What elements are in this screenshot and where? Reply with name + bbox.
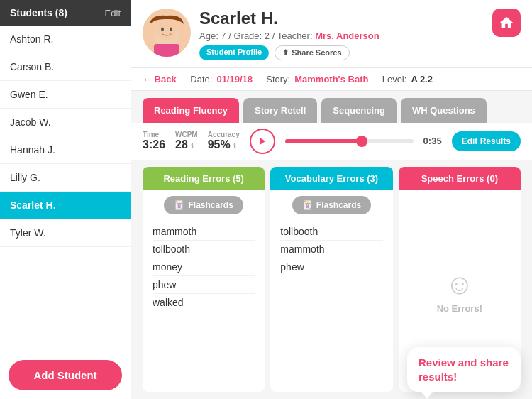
sidebar-item-student[interactable]: Tyler W. [0, 219, 131, 247]
profile-badges: Student Profile ⬆ Share Scores [199, 45, 484, 60]
svg-point-3 [161, 28, 164, 31]
tab-story-retell[interactable]: Story Retell [243, 98, 317, 123]
time-value: 3:26 [143, 138, 165, 151]
tab-reading-fluency[interactable]: Reading Fluency [143, 98, 239, 123]
back-button[interactable]: ← Back [143, 74, 177, 84]
profile-name: Scarlet H. [199, 9, 484, 29]
list-item: tollbooth [153, 241, 255, 258]
list-item: phew [153, 276, 255, 294]
share-scores-badge[interactable]: ⬆ Share Scores [275, 45, 349, 60]
share-icon: ⬆ [282, 48, 289, 58]
list-item: tollbooth [280, 223, 382, 241]
sidebar: Students (8) Edit Ashton R.Carson B.Gwen… [0, 0, 131, 399]
profile-teacher: Mrs. Anderson [315, 31, 379, 41]
time-label: Time [143, 131, 159, 138]
profile-separator2: / [272, 31, 277, 41]
level-label: Level: [382, 74, 407, 84]
svg-rect-5 [154, 44, 179, 57]
avatar [143, 9, 191, 57]
audio-progress[interactable] [285, 139, 414, 143]
sidebar-header: Students (8) Edit [0, 0, 131, 26]
profile-age: Age: 7 [199, 31, 226, 41]
student-list: Ashton R.Carson B.Gwen E.Jacob W.Hannah … [0, 26, 131, 351]
date-value: 01/19/18 [216, 74, 253, 84]
accuracy-info-icon[interactable]: ℹ [233, 142, 236, 150]
flashcard-icon: 🃏 [174, 200, 184, 210]
story-value: Mammoth's Bath [294, 74, 368, 84]
list-item: phew [280, 258, 382, 275]
sidebar-item-student[interactable]: Ashton R. [0, 26, 131, 53]
story-label: Story: [266, 74, 290, 84]
sidebar-item-student[interactable]: Carson B. [0, 53, 131, 81]
list-item: walked [153, 294, 255, 311]
errors-section: Reading Errors (5) 🃏 Flashcards mammotht… [131, 160, 532, 399]
sidebar-item-student[interactable]: Gwen E. [0, 81, 131, 109]
reading-flashcards-button[interactable]: 🃏 Flashcards [164, 196, 243, 214]
accuracy-stat: Accuracy 95% ℹ [208, 131, 240, 151]
speech-errors-header: Speech Errors (0) [399, 167, 521, 190]
sidebar-item-student[interactable]: Lilly G. [0, 164, 131, 192]
smiley-icon: ☺ [445, 268, 474, 300]
main-panel: Scarlet H. Age: 7 / Grade: 2 / Teacher: … [131, 0, 532, 399]
student-profile-badge[interactable]: Student Profile [199, 45, 269, 60]
vocab-flashcard-label: Flashcards [316, 200, 361, 210]
current-time: 0:35 [423, 136, 442, 146]
sidebar-item-student[interactable]: Jacob W. [0, 109, 131, 136]
list-item: money [153, 258, 255, 276]
profile-grade: Grade: 2 [233, 31, 270, 41]
wcpm-label: WCPM [175, 131, 198, 138]
time-stat: Time 3:26 [143, 131, 165, 151]
list-item: mammoth [153, 223, 255, 241]
reading-errors-header: Reading Errors (5) [143, 167, 265, 190]
reading-error-words: mammothtollboothmoneyphewwalked [143, 220, 265, 317]
back-bar-info: Date: 01/19/18 Story: Mammoth's Bath Lev… [190, 74, 433, 84]
profile-header: Scarlet H. Age: 7 / Grade: 2 / Teacher: … [131, 0, 532, 68]
accuracy-label: Accuracy [208, 131, 240, 138]
svg-point-4 [170, 28, 172, 31]
date-label: Date: [190, 74, 212, 84]
tab-sequencing[interactable]: Sequencing [321, 98, 397, 123]
wcpm-stat: WCPM 28 ℹ [175, 131, 198, 151]
sidebar-item-student[interactable]: Hannah J. [0, 136, 131, 164]
back-bar: ← Back Date: 01/19/18 Story: Mammoth's B… [131, 68, 532, 91]
add-student-button[interactable]: Add Student [9, 360, 122, 390]
vocab-flashcard-icon: 🃏 [302, 200, 313, 210]
wcpm-info-icon[interactable]: ℹ [191, 142, 194, 150]
list-item: mammoth [280, 241, 382, 258]
svg-marker-6 [260, 138, 265, 146]
progress-thumb [356, 136, 367, 147]
vocab-errors-header: Vocabulary Errors (3) [270, 167, 392, 190]
share-scores-label: Share Scores [292, 48, 341, 57]
level-value: A 2.2 [411, 74, 433, 84]
edit-results-button[interactable]: Edit Results [452, 131, 521, 151]
level-sep [372, 74, 377, 84]
wcpm-value: 28 ℹ [175, 138, 194, 151]
no-errors-text: No Errors! [437, 303, 482, 314]
date-sep [182, 74, 185, 84]
vocab-errors-col: Vocabulary Errors (3) 🃏 Flashcards tollb… [270, 167, 392, 392]
sidebar-item-student[interactable]: Scarlet H. [0, 192, 131, 219]
story-sep [257, 74, 262, 84]
profile-teacher-label: Teacher: [277, 31, 313, 41]
reading-errors-col: Reading Errors (5) 🃏 Flashcards mammotht… [143, 167, 265, 392]
vocab-flashcards-button[interactable]: 🃏 Flashcards [292, 196, 371, 214]
edit-students-button[interactable]: Edit [105, 8, 121, 18]
sidebar-title: Students (8) [10, 7, 67, 18]
player-stats: Time 3:26 WCPM 28 ℹ Accuracy 95% ℹ [143, 131, 240, 151]
play-button[interactable] [250, 129, 275, 154]
vocab-error-words: tollboothmammothphew [270, 220, 392, 281]
progress-fill [285, 139, 362, 143]
profile-meta: Age: 7 / Grade: 2 / Teacher: Mrs. Anders… [199, 31, 484, 41]
review-bubble: Review and share results! [407, 347, 521, 392]
player-bar: Time 3:26 WCPM 28 ℹ Accuracy 95% ℹ [131, 123, 532, 160]
svg-point-2 [157, 20, 177, 40]
home-button[interactable] [492, 9, 521, 37]
reading-flashcard-label: Flashcards [188, 200, 233, 210]
profile-info: Scarlet H. Age: 7 / Grade: 2 / Teacher: … [199, 9, 484, 60]
tabs-bar: Reading FluencyStory RetellSequencingWH … [131, 91, 532, 123]
tab-wh-questions[interactable]: WH Questions [401, 98, 487, 123]
accuracy-value: 95% ℹ [208, 138, 236, 151]
